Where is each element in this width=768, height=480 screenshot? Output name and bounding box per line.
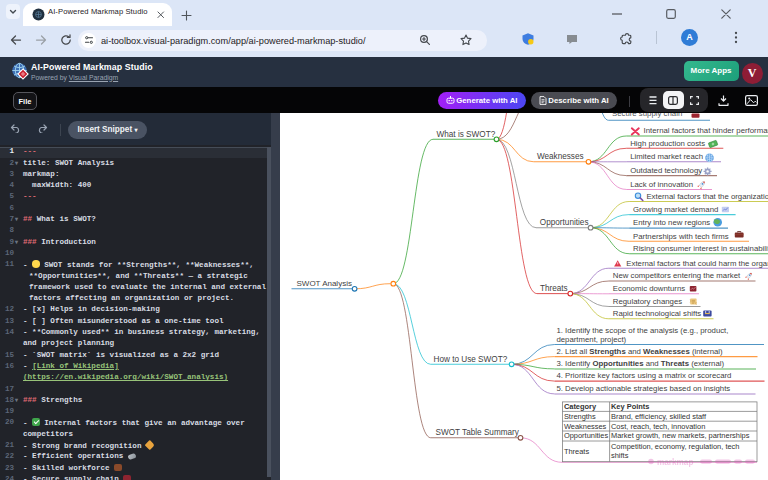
svg-text:New competitors entering the m: New competitors entering the market	[613, 271, 741, 280]
svg-text:Weaknesses: Weaknesses	[564, 422, 607, 431]
svg-text:Entry into new regions: Entry into new regions	[633, 218, 710, 227]
svg-text:Market growth, new markets, pa: Market growth, new markets, partnerships	[611, 431, 750, 440]
svg-text:Category: Category	[564, 402, 597, 411]
svg-text:department, project): department, project)	[556, 335, 626, 344]
svg-text:Opportunities: Opportunities	[540, 218, 589, 227]
svg-text:Rapid technological shifts: Rapid technological shifts	[613, 309, 702, 318]
svg-text:Growing market demand: Growing market demand	[633, 205, 718, 214]
svg-text:Competition, economy, regulati: Competition, economy, regulation, tech	[611, 442, 739, 451]
svg-text:Secure supply chain: Secure supply chain	[612, 113, 682, 118]
svg-text:Lack of innovation: Lack of innovation	[630, 180, 693, 189]
svg-text:Internal factors that hinder p: Internal factors that hinder performance	[644, 126, 768, 135]
svg-text:5. Develop actionable strategi: 5. Develop actionable strategies based o…	[556, 384, 730, 393]
svg-text:External factors that the orga: External factors that the organization c…	[646, 192, 768, 201]
svg-text:SWOT Analysis: SWOT Analysis	[297, 279, 352, 288]
svg-text:External factors that could ha: External factors that could harm the org…	[626, 259, 768, 268]
svg-text:High production costs: High production costs	[630, 139, 705, 148]
svg-text:Economic downturns: Economic downturns	[613, 284, 685, 293]
svg-text:SWOT Table Summary: SWOT Table Summary	[436, 428, 520, 437]
svg-text:Weaknesses: Weaknesses	[537, 152, 584, 161]
svg-text:4. Prioritize key factors usin: 4. Prioritize key factors using a matrix…	[556, 371, 731, 380]
svg-text:Limited market reach: Limited market reach	[630, 152, 703, 161]
svg-text:shifts: shifts	[611, 451, 629, 460]
svg-text:Rising consumer interest in su: Rising consumer interest in sustainabili…	[633, 244, 768, 253]
svg-text:Strengths: Strengths	[564, 412, 596, 421]
svg-text:Partnerships with tech firms: Partnerships with tech firms	[633, 232, 729, 241]
svg-text:How to Use SWOT?: How to Use SWOT?	[434, 355, 508, 364]
svg-text:Brand, efficiency, skilled sta: Brand, efficiency, skilled staff	[611, 412, 707, 421]
svg-text:Threats: Threats	[564, 447, 589, 456]
svg-text:3. Identify Opportunities and: 3. Identify Opportunities and Threats (e…	[556, 359, 724, 368]
svg-text:Key Points: Key Points	[611, 402, 649, 411]
svg-text:Outdated technology: Outdated technology	[630, 166, 702, 175]
svg-text:Cost, reach, tech, innovation: Cost, reach, tech, innovation	[611, 422, 705, 431]
svg-text:2. List all Strengths and Weak: 2. List all Strengths and Weaknesses (in…	[556, 347, 723, 356]
svg-text:What is SWOT?: What is SWOT?	[437, 130, 496, 139]
svg-text:Threats: Threats	[540, 284, 568, 293]
svg-text:markmap: markmap	[657, 458, 693, 467]
svg-text:Regulatory changes: Regulatory changes	[613, 297, 682, 306]
svg-text:1. Identify the scope of the a: 1. Identify the scope of the analysis (e…	[556, 326, 728, 335]
svg-text:Opportunities: Opportunities	[564, 431, 609, 440]
